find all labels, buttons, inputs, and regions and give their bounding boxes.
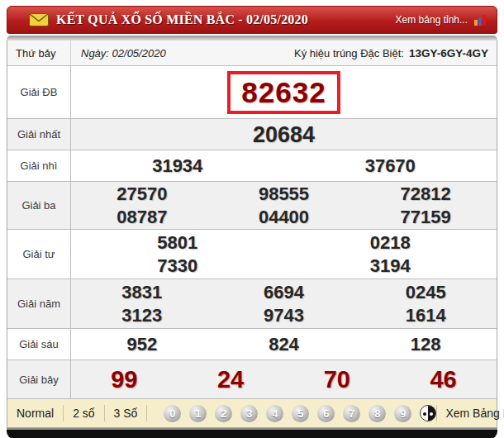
prize-number: 1614 bbox=[354, 304, 497, 327]
prize-number: 128 bbox=[354, 333, 497, 356]
prize-number: 3194 bbox=[284, 255, 497, 278]
digit-ball-5[interactable]: 5 bbox=[292, 405, 309, 422]
prize-number: 0245 bbox=[354, 281, 497, 304]
prize-label: Giải sáu bbox=[7, 329, 71, 359]
digit-ball-2[interactable]: 2 bbox=[215, 405, 232, 422]
view-province-table-link[interactable]: Xem bảng tỉnh... bbox=[396, 14, 468, 26]
special-symbol: Ký hiệu trúng Đặc Biệt: 13GY-6GY-4GY bbox=[294, 40, 497, 65]
envelope-icon bbox=[29, 13, 49, 26]
bar-chart-icon[interactable] bbox=[473, 14, 487, 26]
digit-ball-6[interactable]: 6 bbox=[317, 405, 335, 422]
prize-label: Giải bảy bbox=[7, 360, 71, 398]
prize-label: Giải tư bbox=[7, 230, 71, 279]
prize-number: 9743 bbox=[213, 304, 355, 327]
prize-number: 70 bbox=[284, 368, 391, 391]
digit-ball-0[interactable]: 0 bbox=[164, 405, 181, 422]
prize-row-fourth: Giải tư 5801 0218 7330 3194 bbox=[7, 230, 497, 279]
prize-number: 31934 bbox=[71, 155, 284, 178]
prize-number: 3123 bbox=[71, 304, 213, 327]
prize-number: 46 bbox=[390, 368, 497, 391]
draw-info-row: Thứ bảy Ngày: 02/05/2020 Ký hiệu trúng Đ… bbox=[7, 40, 497, 66]
prize-label: Giải nhất bbox=[7, 119, 71, 150]
mode-normal-button[interactable]: Normal bbox=[7, 405, 64, 421]
page-title: KẾT QUẢ XỔ SỐ MIỀN BẮC - 02/05/2020 bbox=[56, 12, 308, 27]
special-prize-number: 82632 bbox=[227, 71, 340, 114]
mode-2-digits-button[interactable]: 2 số bbox=[64, 405, 104, 421]
prize-number: 08787 bbox=[71, 206, 213, 229]
prize-number: 04400 bbox=[213, 206, 355, 229]
bottom-shadow-bar bbox=[7, 428, 497, 438]
digit-filter-balls: 0 1 2 3 4 5 6 7 8 9 bbox=[164, 405, 436, 422]
digit-ball-9[interactable]: 9 bbox=[394, 405, 411, 422]
prize-row-sixth: Giải sáu 952 824 128 bbox=[7, 329, 497, 360]
prize-number: 37670 bbox=[284, 155, 497, 178]
prize-label: Giải nhì bbox=[7, 150, 71, 181]
prize-number: 7330 bbox=[71, 255, 284, 278]
digit-ball-4[interactable]: 4 bbox=[266, 405, 283, 422]
lottery-result-widget: KẾT QUẢ XỔ SỐ MIỀN BẮC - 02/05/2020 Xem … bbox=[0, 0, 504, 438]
header-bar: KẾT QUẢ XỔ SỐ MIỀN BẮC - 02/05/2020 Xem … bbox=[7, 6, 497, 34]
draw-date: Ngày: 02/05/2020 bbox=[71, 40, 166, 65]
prize-number: 98555 bbox=[213, 183, 355, 206]
footer-toolbar: Normal 2 số 3 Số 0 1 2 3 4 5 6 7 8 9 Xem… bbox=[7, 399, 497, 427]
prize-number: 5801 bbox=[71, 231, 284, 255]
prize-number: 952 bbox=[71, 333, 213, 356]
weekday-label: Thứ bảy bbox=[7, 40, 71, 65]
prize-number: 6694 bbox=[213, 281, 355, 304]
prize-number: 24 bbox=[178, 368, 284, 391]
prize-row-special: Giải ĐB 82632 bbox=[7, 66, 497, 119]
prize-number: 824 bbox=[213, 333, 355, 356]
prize-row-second: Giải nhì 31934 37670 bbox=[7, 150, 497, 182]
prize-label: Giải ĐB bbox=[7, 66, 71, 118]
special-symbol-label: Ký hiệu trúng Đặc Biệt: bbox=[294, 47, 404, 60]
view-loto-table-link[interactable]: Xem Bảng Loto bbox=[436, 405, 504, 421]
special-symbol-value: 13GY-6GY-4GY bbox=[409, 47, 488, 60]
mode-3-digits-button[interactable]: 3 Số bbox=[105, 405, 148, 421]
digit-ball-1[interactable]: 1 bbox=[189, 405, 207, 422]
digit-ball-8[interactable]: 8 bbox=[368, 405, 386, 422]
prize-row-first: Giải nhất 20684 bbox=[7, 119, 497, 150]
digit-ball-7[interactable]: 7 bbox=[343, 405, 360, 422]
prize-label: Giải năm bbox=[7, 279, 71, 328]
prize-row-fifth: Giải năm 3831 6694 0245 3123 9743 1614 bbox=[7, 279, 497, 329]
prize-number: 0218 bbox=[284, 231, 497, 255]
prize-number: 72812 bbox=[354, 183, 497, 206]
results-table: Thứ bảy Ngày: 02/05/2020 Ký hiệu trúng Đ… bbox=[7, 40, 497, 428]
prize-number: 3831 bbox=[71, 281, 213, 304]
prize-number: 20684 bbox=[71, 123, 497, 146]
prize-number: 99 bbox=[71, 368, 178, 391]
prize-label: Giải ba bbox=[7, 182, 71, 229]
prize-row-third: Giải ba 27570 98555 72812 08787 04400 77… bbox=[7, 182, 497, 230]
digit-ball-3[interactable]: 3 bbox=[240, 405, 258, 422]
yin-yang-icon[interactable] bbox=[420, 405, 436, 421]
prize-number: 27570 bbox=[71, 183, 213, 206]
prize-number: 77159 bbox=[354, 206, 497, 229]
prize-row-seventh: Giải bảy 99 24 70 46 bbox=[7, 360, 497, 399]
